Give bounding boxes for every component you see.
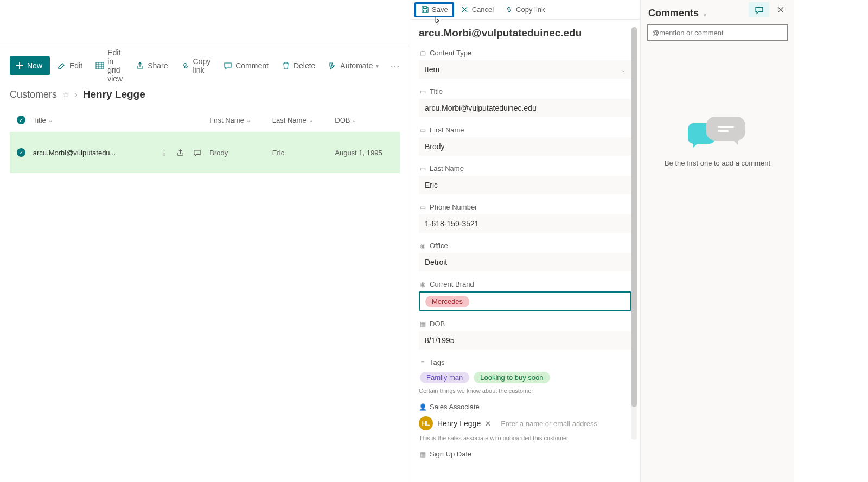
calendar-icon: ▦ [419, 320, 426, 328]
panel-copy-link-label: Copy link [516, 5, 545, 14]
label-phone: Phone Number [430, 203, 477, 211]
contenttype-icon: ▢ [419, 49, 426, 57]
firstname-input[interactable]: Brody [419, 137, 631, 156]
row-more-icon[interactable]: ⋮ [161, 149, 168, 157]
pane-top-icons [640, 0, 794, 20]
breadcrumb-separator: › [75, 90, 78, 99]
row-comment-icon[interactable] [193, 149, 201, 157]
tag-pill-2[interactable]: Looking to buy soon [474, 372, 550, 383]
text-icon: ▭ [419, 88, 426, 96]
column-title[interactable]: Title⌄ [33, 116, 158, 124]
save-button[interactable]: Save [414, 2, 454, 17]
column-lastname[interactable]: Last Name⌄ [272, 116, 335, 124]
title-value: arcu.Morbi@vulputateduinec.edu [425, 104, 537, 112]
field-dob: ▦DOB 8/1/1995 [419, 320, 631, 350]
field-lastname: ▭Last Name Eric [419, 164, 631, 194]
label-dob: DOB [430, 320, 445, 328]
grid-label: Edit in grid view [107, 48, 123, 83]
favorite-star-icon[interactable]: ☆ [62, 90, 69, 99]
avatar: HL [419, 416, 433, 430]
delete-button[interactable]: Delete [276, 56, 321, 75]
row-select-cell[interactable]: ✓ [10, 148, 33, 157]
scrollbar-thumb[interactable] [631, 27, 637, 407]
chevron-down-icon: ⌄ [246, 117, 251, 123]
brand-pill[interactable]: Mercedes [425, 296, 469, 307]
label-contenttype: Content Type [430, 49, 471, 57]
label-firstname: First Name [430, 126, 464, 134]
title-input[interactable]: arcu.Morbi@vulputateduinec.edu [419, 99, 631, 117]
content-type-select[interactable]: Item ⌄ [419, 60, 631, 79]
share-label: Share [148, 61, 168, 70]
trash-icon [282, 61, 290, 70]
phone-value: 1-618-159-3521 [425, 219, 479, 228]
grid-icon [95, 61, 104, 70]
comments-pane: Comments ⌄ Be the first one to add a com… [640, 0, 794, 482]
panel-copy-link-button[interactable]: Copy link [500, 2, 549, 17]
tag-pill-1[interactable]: Family man [420, 372, 469, 383]
tags-icon: ≡ [419, 359, 426, 366]
panel-body[interactable]: arcu.Morbi@vulputateduinec.edu ▢Content … [410, 20, 640, 482]
row-firstname: Brody [209, 149, 272, 157]
breadcrumb-list-link[interactable]: Customers [10, 89, 57, 100]
label-lastname: Last Name [430, 164, 464, 173]
row-share-icon[interactable] [176, 149, 184, 157]
label-sales: Sales Associate [430, 403, 480, 411]
tags-input[interactable]: Family man Looking to buy soon [419, 370, 631, 385]
automate-button[interactable]: Automate ▾ [323, 56, 384, 75]
list-row-selected[interactable]: ✓ arcu.Morbi@vulputatedu... ⋮ Brody Eric… [10, 132, 400, 173]
share-button[interactable]: Share [130, 56, 173, 75]
lastname-input[interactable]: Eric [419, 176, 631, 194]
check-circle-icon: ✓ [17, 148, 25, 157]
remove-person-icon[interactable]: ✕ [485, 420, 491, 428]
sales-associate-input[interactable]: HL Henry Legge ✕ Enter a name or email a… [419, 414, 631, 433]
text-icon: ▭ [419, 204, 426, 211]
sales-person-name: Henry Legge [437, 419, 481, 428]
column-dob[interactable]: DOB⌄ [335, 116, 400, 124]
save-icon [420, 5, 429, 14]
copy-link-label: Copy link [193, 57, 211, 74]
chevron-down-icon: ⌄ [48, 117, 53, 123]
copy-link-button[interactable]: Copy link [176, 56, 216, 75]
breadcrumb: Customers ☆ › Henry Legge [0, 85, 410, 108]
field-office: ◉Office Detroit [419, 242, 631, 271]
col-dob-label: DOB [335, 116, 350, 124]
comment-button[interactable]: Comment [218, 56, 274, 75]
row-lastname: Eric [272, 149, 335, 157]
office-input[interactable]: Detroit [419, 253, 631, 271]
more-actions-button[interactable]: ··· [386, 61, 405, 70]
label-signup: Sign Up Date [430, 450, 471, 458]
row-title-cell[interactable]: arcu.Morbi@vulputatedu... [33, 149, 158, 157]
breadcrumb-current: Henry Legge [83, 88, 145, 100]
person-icon: 👤 [419, 403, 426, 411]
select-all-cell[interactable]: ✓ [10, 116, 33, 124]
cancel-button[interactable]: Cancel [456, 2, 498, 17]
edit-grid-view-button[interactable]: Edit in grid view [90, 56, 128, 75]
field-current-brand: ◉Current Brand Mercedes [419, 280, 631, 311]
panel-command-bar: Save Cancel Copy link [410, 0, 640, 20]
delete-label: Delete [293, 61, 315, 70]
choice-icon: ◉ [419, 242, 426, 250]
comments-toggle-icon[interactable] [749, 2, 769, 17]
row-actions: ⋮ [158, 149, 210, 157]
edit-item-panel: Save Cancel Copy link arcu.Morbi@vulputa… [410, 0, 640, 482]
chevron-down-icon: ▾ [376, 63, 379, 69]
top-blank-area [0, 0, 410, 46]
label-office: Office [430, 242, 448, 250]
dob-input[interactable]: 8/1/1995 [419, 331, 631, 350]
dob-value: 8/1/1995 [425, 336, 455, 345]
x-icon [461, 5, 469, 14]
phone-input[interactable]: 1-618-159-3521 [419, 214, 631, 233]
link-icon [505, 5, 513, 14]
comments-empty-text: Be the first one to add a comment [665, 159, 770, 167]
check-circle-icon: ✓ [17, 116, 25, 124]
edit-button[interactable]: Edit [52, 56, 88, 75]
label-tags: Tags [430, 358, 444, 366]
close-pane-icon[interactable] [770, 2, 791, 17]
column-firstname[interactable]: First Name⌄ [209, 116, 272, 124]
field-phone: ▭Phone Number 1-618-159-3521 [419, 203, 631, 233]
comment-input[interactable] [647, 24, 788, 41]
current-brand-input[interactable]: Mercedes [419, 291, 631, 311]
panel-scrollbar[interactable] [631, 27, 637, 440]
new-button[interactable]: New [10, 56, 50, 75]
comments-empty-state: Be the first one to add a comment [641, 117, 794, 167]
